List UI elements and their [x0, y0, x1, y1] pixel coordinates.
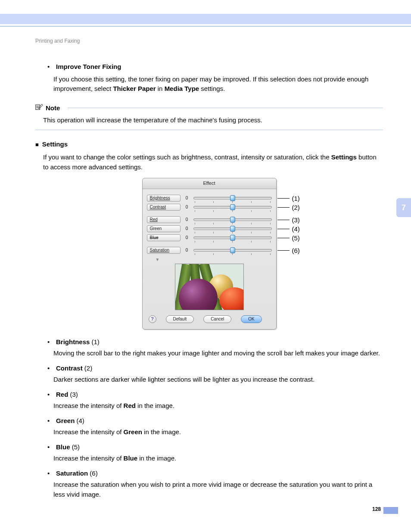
item-saturation-body: Increase the saturation when you wish to… — [53, 480, 383, 499]
callout-4: (4) — [277, 224, 300, 234]
item-brightness-body: Moving the scroll bar to the right makes… — [53, 348, 383, 358]
bullet: • — [47, 416, 53, 426]
slider-label[interactable]: Red — [147, 216, 181, 223]
term: Red — [124, 402, 136, 409]
slider-row-saturation: Saturation0 — [147, 247, 272, 254]
media-type-term: Media Type — [165, 85, 199, 92]
slider-thumb[interactable] — [230, 247, 235, 253]
text: Darker sections are darker while lighter… — [53, 376, 314, 383]
breadcrumb: Printing and Faxing — [35, 37, 383, 45]
slider-value: 0 — [183, 216, 191, 223]
bullet: • — [47, 62, 53, 72]
bullet: • — [47, 390, 53, 400]
item-name: Green — [56, 417, 75, 424]
callout-1: (1) — [277, 194, 300, 204]
settings-term: Settings — [331, 153, 357, 161]
item-name: Red — [56, 391, 68, 398]
item-name: Saturation — [56, 470, 88, 477]
item-contrast-body: Darker sections are darker while lighter… — [53, 375, 383, 385]
callout-6: (6) — [277, 246, 300, 256]
callout-line — [277, 250, 290, 251]
default-button[interactable]: Default — [166, 315, 194, 323]
item-num: (1) — [90, 338, 100, 345]
callout-label: (3) — [292, 215, 300, 225]
note-body: This operation will increase the tempera… — [43, 115, 383, 125]
bullet: • — [47, 364, 53, 373]
settings-heading: Settings — [42, 140, 68, 149]
slider-thumb[interactable] — [230, 235, 235, 241]
callout-label: (6) — [292, 246, 300, 256]
item-num: (4) — [75, 417, 84, 424]
item-num: (3) — [68, 391, 78, 398]
text: in — [156, 85, 165, 92]
slider-label[interactable]: Brightness — [147, 195, 181, 202]
thicker-paper-term: Thicker Paper — [113, 85, 156, 92]
slider-thumb[interactable] — [230, 217, 235, 223]
slider-row-green: Green0 — [147, 225, 272, 232]
slider-thumb[interactable] — [230, 195, 235, 201]
slider-label[interactable]: Green — [147, 225, 181, 232]
note-block: Note This operation will increase the te… — [35, 103, 383, 130]
slider-track[interactable] — [193, 249, 272, 252]
term: Blue — [124, 454, 138, 462]
callout-2: (2) — [277, 203, 300, 213]
slider-track[interactable] — [193, 236, 272, 239]
preview-image — [175, 264, 244, 310]
callout-line — [277, 198, 290, 199]
slider-label[interactable]: Contrast — [147, 204, 181, 211]
effect-dialog-figure: Effect Brightness0Contrast0Red0Green0Blu… — [35, 178, 383, 330]
slider-track[interactable] — [193, 218, 272, 221]
callout-label: (2) — [292, 203, 300, 213]
text: settings. — [199, 85, 225, 92]
slider-row-contrast: Contrast0 — [147, 204, 272, 211]
item-num: (6) — [88, 470, 98, 477]
term: Green — [124, 428, 142, 436]
cancel-button[interactable]: Cancel — [203, 315, 231, 323]
item-name: Brightness — [56, 338, 90, 345]
slider-value: 0 — [183, 204, 191, 210]
collapse-arrow-icon[interactable]: ▼ — [156, 256, 272, 263]
text: If you want to change the color settings… — [43, 153, 331, 161]
bullet: • — [47, 469, 53, 479]
slider-track[interactable] — [193, 227, 272, 230]
slider-thumb[interactable] — [230, 226, 235, 232]
header-bar — [0, 0, 411, 27]
slider-value: 0 — [183, 234, 191, 241]
ok-button[interactable]: OK — [241, 315, 262, 323]
slider-row-brightness: Brightness0 — [147, 195, 272, 202]
callout-line — [277, 229, 290, 229]
item-num: (2) — [83, 364, 93, 372]
note-rule — [68, 108, 383, 108]
dialog-title: Effect — [143, 178, 276, 189]
callout-label: (1) — [292, 194, 300, 204]
text: Increase the intensity of — [53, 454, 124, 462]
slider-track[interactable] — [193, 206, 272, 208]
slider-value: 0 — [183, 247, 191, 253]
item-num: (5) — [70, 443, 80, 451]
text: Increase the saturation when you wish to… — [53, 481, 372, 498]
bullet: • — [47, 337, 53, 347]
slider-label[interactable]: Saturation — [147, 247, 181, 254]
text: Moving the scroll bar to the right makes… — [53, 349, 380, 357]
note-label: Note — [46, 103, 60, 113]
callout-label: (5) — [292, 233, 300, 243]
item-blue-heading: •Blue (5) — [47, 442, 383, 452]
improve-toner-heading: Improve Toner Fixing — [56, 62, 121, 72]
slider-value: 0 — [183, 225, 191, 232]
settings-intro: If you want to change the color settings… — [43, 152, 383, 172]
item-brightness-heading: •Brightness (1) — [47, 337, 383, 347]
callout-3: (3) — [277, 215, 300, 225]
slider-thumb[interactable] — [230, 204, 235, 210]
callout-line — [277, 207, 290, 208]
item-blue-body: Increase the intensity of Blue in the im… — [53, 454, 383, 464]
slider-label[interactable]: Blue — [147, 234, 181, 241]
item-name: Contrast — [56, 364, 83, 372]
text: Increase the intensity of — [53, 428, 124, 436]
callout-line — [277, 238, 290, 238]
item-red-body: Increase the intensity of Red in the ima… — [53, 401, 383, 411]
slider-track[interactable] — [193, 197, 272, 199]
help-button[interactable]: ? — [149, 315, 156, 323]
effect-dialog: Effect Brightness0Contrast0Red0Green0Blu… — [142, 178, 277, 330]
note-rule-bottom — [35, 130, 383, 130]
callout-line — [277, 220, 290, 220]
